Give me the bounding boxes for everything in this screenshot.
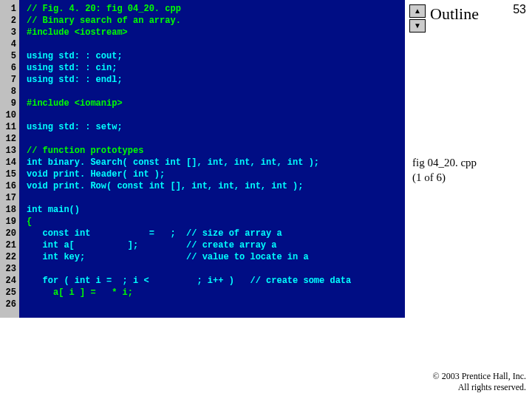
- line-number: 22: [0, 251, 16, 263]
- line-number: 16: [0, 180, 16, 192]
- code-line: int binary. Search( const int [], int, i…: [27, 157, 405, 168]
- line-number: 2: [0, 15, 16, 27]
- code-line: void print. Header( int );: [27, 168, 405, 180]
- figure-label-line2: (1 of 6): [412, 171, 446, 183]
- figure-label-line1: fig 04_20. cpp: [412, 157, 477, 168]
- outline-heading: Outline: [430, 4, 479, 24]
- arrow-down-icon[interactable]: ▼: [409, 19, 426, 33]
- page-number: 53: [513, 3, 526, 16]
- line-number: 3: [0, 27, 16, 38]
- code-line: // function prototypes: [27, 145, 405, 157]
- line-number: 10: [0, 109, 16, 121]
- code-line: #include <iostream>: [27, 27, 405, 38]
- figure-label: fig 04_20. cpp (1 of 6): [412, 155, 477, 185]
- line-number: 21: [0, 239, 16, 251]
- code-line: using std: : endl;: [27, 74, 405, 86]
- line-number: 23: [0, 263, 16, 275]
- line-number: 20: [0, 228, 16, 239]
- code-line: for ( int i = ; i < ; i++ ) // create so…: [27, 275, 405, 287]
- code-line: [27, 109, 405, 121]
- code-line: // Fig. 4. 20: fig 04_20. cpp: [27, 3, 405, 15]
- line-number: 15: [0, 168, 16, 180]
- code-line: #include <iomanip>: [27, 98, 405, 109]
- code-line: [27, 38, 405, 50]
- code-line: int main(): [27, 204, 405, 216]
- code-line: using std: : cin;: [27, 62, 405, 74]
- code-line: int key; // value to locate in a: [27, 251, 405, 263]
- line-number: 25: [0, 287, 16, 299]
- line-number: 18: [0, 204, 16, 216]
- slide: 1234567891011121314151617181920212223242…: [0, 0, 532, 399]
- line-number: 4: [0, 38, 16, 50]
- line-number: 6: [0, 62, 16, 74]
- line-number-gutter: 1234567891011121314151617181920212223242…: [0, 0, 19, 318]
- line-number: 11: [0, 121, 16, 133]
- line-number: 14: [0, 157, 16, 168]
- nav-arrows: ▲ ▼: [409, 4, 426, 34]
- code-line: [27, 299, 405, 310]
- copyright: © 2003 Prentice Hall, Inc. All rights re…: [433, 371, 526, 393]
- code-line: a[ i ] = * i;: [27, 287, 405, 299]
- line-number: 26: [0, 299, 16, 310]
- line-number: 12: [0, 133, 16, 145]
- line-number: 7: [0, 74, 16, 86]
- line-number: 13: [0, 145, 16, 157]
- copyright-line1: © 2003 Prentice Hall, Inc.: [433, 371, 526, 381]
- code-listing: // Fig. 4. 20: fig 04_20. cpp// Binary s…: [19, 0, 405, 318]
- code-line: [27, 192, 405, 204]
- code-line: [27, 86, 405, 98]
- code-line: [27, 133, 405, 145]
- line-number: 9: [0, 98, 16, 109]
- right-pane: ▲ ▼ Outline 53 fig 04_20. cpp (1 of 6): [405, 0, 532, 399]
- line-number: 17: [0, 192, 16, 204]
- copyright-line2: All rights reserved.: [458, 382, 526, 392]
- code-line: const int = ; // size of array a: [27, 228, 405, 239]
- code-line: [27, 263, 405, 275]
- line-number: 1: [0, 3, 16, 15]
- line-number: 8: [0, 86, 16, 98]
- code-line: using std: : cout;: [27, 50, 405, 62]
- code-line: int a[ ]; // create array a: [27, 239, 405, 251]
- code-line: {: [27, 216, 405, 228]
- arrow-up-icon[interactable]: ▲: [409, 4, 426, 18]
- line-number: 5: [0, 50, 16, 62]
- code-area: 1234567891011121314151617181920212223242…: [0, 0, 405, 318]
- line-number: 24: [0, 275, 16, 287]
- code-line: using std: : setw;: [27, 121, 405, 133]
- code-line: // Binary search of an array.: [27, 15, 405, 27]
- code-line: void print. Row( const int [], int, int,…: [27, 180, 405, 192]
- line-number: 19: [0, 216, 16, 228]
